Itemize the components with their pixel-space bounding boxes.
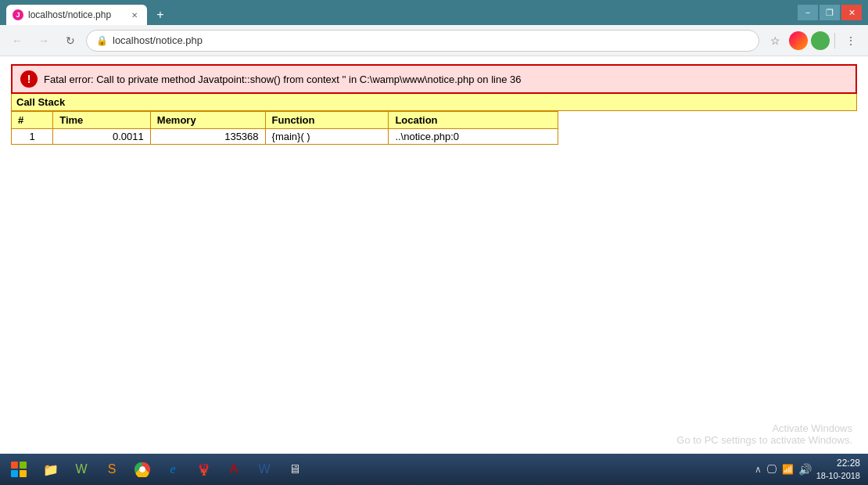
taskbar-app-wamp[interactable]: W bbox=[66, 454, 96, 484]
tray-speaker-icon[interactable]: 🔊 bbox=[798, 463, 812, 476]
address-bar[interactable]: 🔒 localhost/notice.php bbox=[86, 30, 759, 52]
lock-icon: 🔒 bbox=[96, 35, 108, 46]
address-text: localhost/notice.php bbox=[113, 34, 203, 46]
taskbar: 📁 W S e 🦞 bbox=[0, 454, 868, 485]
col-header-time: Time bbox=[53, 112, 151, 129]
call-stack-header: Call Stack bbox=[11, 94, 857, 111]
error-banner: ! Fatal error: Call to private method Ja… bbox=[11, 64, 857, 94]
table-row: 1 0.0011 135368 {main}( ) ..\notice.php:… bbox=[12, 129, 558, 145]
windows-watermark: Activate Windows Go to PC settings to ac… bbox=[676, 422, 852, 446]
system-clock[interactable]: 22:28 18-10-2018 bbox=[816, 458, 860, 481]
forward-button[interactable]: → bbox=[33, 30, 55, 52]
cell-time: 0.0011 bbox=[53, 129, 151, 145]
col-header-location: Location bbox=[389, 112, 558, 129]
error-message: Fatal error: Call to private method Java… bbox=[44, 74, 521, 85]
tab-title: localhost/notice.php bbox=[28, 9, 124, 20]
active-tab[interactable]: J localhost/notice.php ✕ bbox=[6, 5, 147, 25]
window-controls: − ❐ ✕ bbox=[798, 5, 862, 20]
taskbar-app-acrobat[interactable]: A bbox=[219, 454, 249, 484]
taskbar-app-wampserver[interactable]: 🦞 bbox=[188, 454, 218, 484]
start-button[interactable] bbox=[3, 454, 34, 484]
watermark-line1: Activate Windows bbox=[676, 422, 852, 434]
bookmark-button[interactable]: ☆ bbox=[764, 30, 786, 52]
profile-icon-2[interactable] bbox=[811, 31, 830, 50]
system-tray: ∧ 🖵 📶 🔊 22:28 18-10-2018 bbox=[750, 458, 865, 481]
svg-point-2 bbox=[140, 467, 145, 472]
tray-arrow[interactable]: ∧ bbox=[755, 464, 762, 475]
minimize-button[interactable]: − bbox=[798, 5, 818, 20]
refresh-button[interactable]: ↻ bbox=[59, 30, 81, 52]
restore-button[interactable]: ❐ bbox=[820, 5, 840, 20]
clock-date: 18-10-2018 bbox=[816, 470, 860, 481]
taskbar-app-ie[interactable]: e bbox=[158, 454, 188, 484]
windows-logo-icon bbox=[11, 462, 27, 477]
tab-area: J localhost/notice.php ✕ + bbox=[6, 0, 788, 25]
call-stack-table: # Time Memory Function Location 1 0.0011… bbox=[11, 111, 558, 145]
col-header-num: # bbox=[12, 112, 53, 129]
divider bbox=[834, 33, 835, 48]
watermark-line2: Go to PC settings to activate Windows. bbox=[676, 434, 852, 446]
clock-time: 22:28 bbox=[816, 458, 860, 470]
browser-window: J localhost/notice.php ✕ + − ❐ ✕ ← → ↻ 🔒… bbox=[0, 0, 868, 485]
new-tab-button[interactable]: + bbox=[150, 5, 170, 25]
cell-num: 1 bbox=[12, 129, 53, 145]
tab-favicon: J bbox=[13, 9, 23, 20]
table-header-row: # Time Memory Function Location bbox=[12, 112, 558, 129]
back-button[interactable]: ← bbox=[6, 30, 28, 52]
cell-location: ..\notice.php:0 bbox=[389, 129, 558, 145]
taskbar-app-files[interactable]: 📁 bbox=[36, 454, 66, 484]
col-header-function: Function bbox=[265, 112, 389, 129]
nav-right-controls: ☆ ⋮ bbox=[764, 30, 862, 52]
title-bar: J localhost/notice.php ✕ + − ❐ ✕ bbox=[0, 0, 868, 25]
navigation-bar: ← → ↻ 🔒 localhost/notice.php ☆ ⋮ bbox=[0, 25, 868, 56]
taskbar-app-word[interactable]: W bbox=[249, 454, 279, 484]
menu-button[interactable]: ⋮ bbox=[840, 30, 862, 52]
tray-network-icon[interactable]: 📶 bbox=[782, 464, 794, 475]
taskbar-app-sublime[interactable]: S bbox=[97, 454, 127, 484]
taskbar-apps: 📁 W S e 🦞 bbox=[36, 454, 310, 484]
page-content: ! Fatal error: Call to private method Ja… bbox=[0, 56, 868, 454]
taskbar-app-unknown[interactable]: 🖥 bbox=[280, 454, 310, 484]
col-header-memory: Memory bbox=[150, 112, 265, 129]
tab-close-button[interactable]: ✕ bbox=[128, 9, 141, 21]
error-icon: ! bbox=[20, 70, 38, 88]
close-button[interactable]: ✕ bbox=[841, 5, 862, 20]
taskbar-app-chrome[interactable] bbox=[127, 454, 157, 484]
cell-memory: 135368 bbox=[150, 129, 265, 145]
tray-monitor-icon[interactable]: 🖵 bbox=[766, 463, 777, 476]
chrome-icon bbox=[135, 462, 150, 477]
profile-icon[interactable] bbox=[789, 31, 808, 50]
cell-function: {main}( ) bbox=[265, 129, 389, 145]
